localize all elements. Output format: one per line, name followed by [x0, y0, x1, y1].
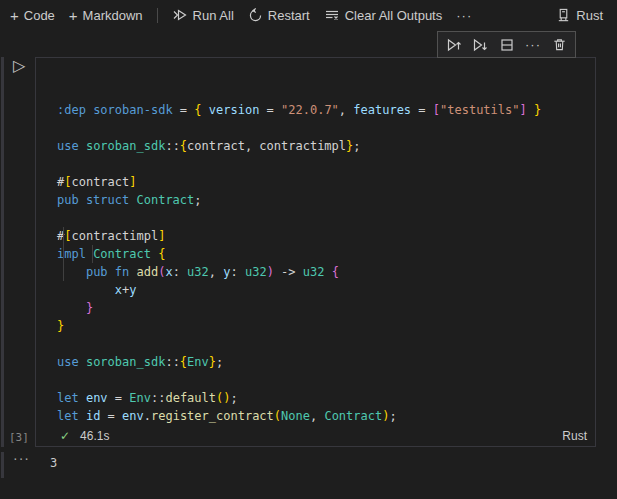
run-all-icon: [172, 7, 188, 23]
code-line: :dep soroban-sdk = { version = "22.0.7",…: [57, 101, 595, 119]
kernel-label: Rust: [576, 8, 603, 23]
split-cell-icon: [499, 37, 515, 53]
code-line: x+y: [57, 281, 595, 299]
code-line: }: [57, 317, 595, 335]
clear-all-outputs-label: Clear All Outputs: [345, 8, 443, 23]
indent-guide: [63, 227, 64, 281]
code-line: }: [57, 299, 595, 317]
kernel-picker-button[interactable]: Rust: [556, 8, 603, 23]
add-code-cell-button[interactable]: + Code: [10, 8, 55, 23]
code-line: [57, 209, 595, 227]
cell-language-picker[interactable]: Rust: [562, 429, 587, 443]
run-below-icon: [472, 37, 488, 53]
cell-focus-indicator[interactable]: [1, 57, 4, 447]
run-above-icon: [446, 37, 462, 53]
kernel-icon: [556, 8, 571, 23]
code-line: [57, 119, 595, 137]
indent-guide: [92, 245, 93, 263]
split-cell-button[interactable]: [496, 34, 518, 56]
clear-all-outputs-button[interactable]: Clear All Outputs: [324, 7, 443, 23]
cell-status-bar: ✓ 46.1s Rust: [36, 426, 595, 446]
output-value: 3: [50, 456, 57, 470]
code-editor[interactable]: :dep soroban-sdk = { version = "22.0.7",…: [36, 58, 595, 428]
code-line: let id = env.register_contract(None, Con…: [57, 407, 595, 425]
plus-icon: +: [69, 8, 78, 23]
code-line: pub fn add(x: u32, y: u32) -> u32 {: [57, 263, 595, 281]
execution-duration: 46.1s: [80, 429, 109, 443]
output-focus-indicator: [1, 452, 4, 478]
success-check-icon: ✓: [60, 429, 70, 443]
run-all-label: Run All: [193, 8, 234, 23]
code-line: #[contract]: [57, 173, 595, 191]
execute-above-button[interactable]: [443, 34, 465, 56]
delete-cell-button[interactable]: [549, 34, 571, 56]
code-line: [57, 155, 595, 173]
code-line: impl Contract {: [57, 245, 595, 263]
trash-icon: [552, 37, 567, 52]
restart-kernel-button[interactable]: Restart: [248, 8, 310, 23]
code-line: pub struct Contract;: [57, 191, 595, 209]
restart-label: Restart: [268, 8, 310, 23]
plus-icon: +: [10, 8, 19, 23]
code-lines: :dep soroban-sdk = { version = "22.0.7",…: [57, 101, 595, 428]
toolbar-more-actions-button[interactable]: ···: [456, 8, 472, 23]
add-markdown-label: Markdown: [83, 8, 143, 23]
code-line: let env = Env::default();: [57, 389, 595, 407]
cell-more-actions-button[interactable]: ···: [522, 34, 544, 56]
execution-count: [3]: [9, 431, 29, 444]
notebook-toolbar: + Code + Markdown Run All Restart: [0, 0, 617, 30]
add-markdown-cell-button[interactable]: + Markdown: [69, 8, 143, 23]
clear-all-outputs-icon: [324, 7, 340, 23]
code-line: [57, 335, 595, 353]
code-line: use soroban_sdk::{contract, contractimpl…: [57, 137, 595, 155]
toolbar-divider: [157, 8, 158, 23]
code-line: #[contractimpl]: [57, 227, 595, 245]
execute-below-button[interactable]: [469, 34, 491, 56]
run-all-button[interactable]: Run All: [172, 7, 234, 23]
code-line: [57, 371, 595, 389]
output-collapse-button[interactable]: ···: [13, 450, 30, 466]
code-cell: :dep soroban-sdk = { version = "22.0.7",…: [35, 57, 596, 447]
restart-icon: [248, 8, 263, 23]
code-line: use soroban_sdk::{Env};: [57, 353, 595, 371]
cell-hover-toolbar: ···: [437, 31, 576, 58]
run-cell-button[interactable]: ▷: [13, 58, 25, 74]
add-code-label: Code: [24, 8, 55, 23]
